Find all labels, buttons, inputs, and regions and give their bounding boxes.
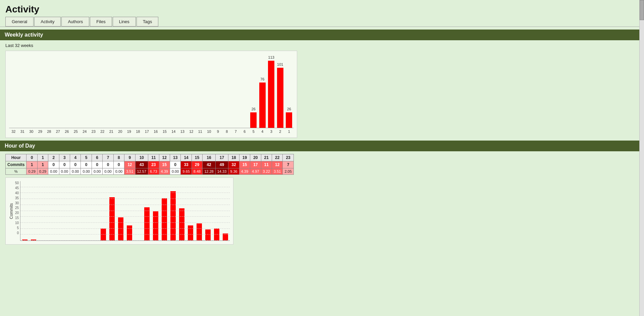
y-axis-tick: 5: [15, 226, 19, 230]
th-hour-val: 0: [26, 154, 37, 161]
td-commits-val: 17: [250, 161, 261, 168]
bar-week-label: 21: [107, 129, 116, 134]
hour-table-wrap: Hour012345678910111213141516171819202122…: [5, 154, 639, 175]
hour-bar-wrapper: [195, 223, 204, 241]
bar-week-label: 24: [80, 129, 89, 134]
weekly-bar: [268, 61, 274, 128]
bar-week-label: 2: [276, 129, 285, 134]
th-hour-val: 18: [228, 154, 239, 161]
hour-bar-wrapper: [116, 217, 125, 241]
tab-lines[interactable]: Lines: [113, 17, 136, 27]
bar-week-label: 4: [258, 129, 267, 134]
scrollbar-thumb[interactable]: [640, 0, 644, 20]
page-title: Activity: [0, 0, 644, 17]
tab-tags[interactable]: Tags: [137, 17, 158, 27]
bar-week-label: 5: [249, 129, 258, 134]
td-commits-val: 15: [239, 161, 250, 168]
weekly-bar-wrapper: [151, 122, 160, 128]
weekly-bar-wrapper: [80, 122, 89, 128]
weekly-bar-wrapper: [205, 122, 214, 128]
th-hour-val: 3: [59, 154, 70, 161]
weekly-bar-wrapper: [9, 122, 18, 128]
bar-week-label: 20: [116, 129, 125, 134]
th-hour-val: 14: [181, 154, 192, 161]
td-commits-val: 0: [81, 161, 92, 168]
y-axis-tick: 15: [15, 216, 19, 220]
th-hour-val: 20: [250, 154, 261, 161]
bar-week-label: 15: [160, 129, 169, 134]
th-hour-val: 23: [283, 154, 293, 161]
y-axis-tick: 20: [15, 211, 19, 215]
bar-week-label: 16: [151, 129, 160, 134]
td-pct-val: 0.00: [48, 168, 59, 175]
tab-authors[interactable]: Authors: [61, 17, 89, 27]
th-hour-val: 13: [170, 154, 180, 161]
th-hour-val: 2: [48, 154, 59, 161]
gridline: [20, 228, 230, 229]
weekly-bar-wrapper: 76: [258, 77, 267, 128]
y-axis-label: Commits: [9, 181, 14, 241]
y-axis-tick: 30: [15, 201, 19, 205]
bar-week-label: 19: [125, 129, 134, 134]
weekly-bar-wrapper: [187, 122, 196, 128]
weekly-bar-wrapper: 113: [267, 55, 276, 128]
hour-bar-wrapper: [204, 229, 212, 241]
td-commits-val: 32: [228, 161, 239, 168]
td-commits-val: 0: [170, 161, 180, 168]
th-hour-val: 10: [135, 154, 148, 161]
gridline: [20, 187, 230, 187]
bar-week-label: 14: [169, 129, 178, 134]
bar-week-label: 22: [98, 129, 107, 134]
weekly-bar-wrapper: [54, 122, 63, 128]
td-commits-val: 0: [92, 161, 102, 168]
bar-week-label: 28: [45, 129, 54, 134]
td-pct-val: 6.73: [148, 168, 159, 175]
th-hour-val: 21: [261, 154, 272, 161]
tab-general[interactable]: General: [5, 17, 34, 27]
td-commits-val: 43: [135, 161, 148, 168]
td-pct-label: %: [6, 168, 26, 175]
th-hour-val: 7: [103, 154, 113, 161]
hour-bar-wrapper: [177, 208, 186, 241]
td-pct-val: 0.00: [70, 168, 81, 175]
th-hour-val: 6: [92, 154, 102, 161]
th-hour-val: 15: [192, 154, 202, 161]
td-commits-val: 49: [215, 161, 228, 168]
bar-week-label: 12: [187, 129, 196, 134]
tab-activity[interactable]: Activity: [34, 17, 61, 27]
weekly-bar-wrapper: [196, 122, 205, 128]
bar-week-label: 18: [133, 129, 143, 134]
y-axis-tick: 10: [15, 221, 19, 225]
hour-bar: [179, 208, 184, 241]
y-axis-tick: 0: [15, 231, 19, 235]
gridline: [20, 234, 230, 234]
scrollbar[interactable]: [639, 0, 644, 245]
td-commits-val: 0: [48, 161, 59, 168]
td-pct-val: 3.51: [272, 168, 282, 175]
bar-week-label: 32: [9, 129, 18, 134]
hour-bar-wrapper: [186, 225, 195, 241]
td-commits-val: 23: [148, 161, 159, 168]
td-commits-label: Commits: [6, 161, 26, 168]
weekly-bar-wrapper: [222, 122, 231, 128]
tab-bar: GeneralActivityAuthorsFilesLinesTags: [0, 17, 644, 27]
td-pct-val: 9.65: [181, 168, 192, 175]
tab-files[interactable]: Files: [90, 17, 112, 27]
th-hour-val: 17: [215, 154, 228, 161]
weekly-bar: [277, 68, 283, 128]
weekly-bar-wrapper: [71, 122, 80, 128]
weekly-bar: [259, 83, 266, 128]
y-axis-tick: 45: [15, 186, 19, 190]
td-pct-val: 0.00: [59, 168, 70, 175]
bar-week-label: 7: [231, 129, 240, 134]
bar-week-label: 1: [285, 129, 294, 134]
hour-bar-wrapper: [151, 211, 160, 241]
weekly-bar-wrapper: [36, 122, 45, 128]
td-commits-val: 0: [70, 161, 81, 168]
th-hour-val: 22: [272, 154, 282, 161]
weekly-bar-wrapper: [98, 122, 107, 128]
td-commits-val: 0: [113, 161, 124, 168]
bar-top-label: 113: [268, 55, 274, 60]
bar-week-label: 11: [196, 129, 205, 134]
td-pct-val: 8.48: [192, 168, 202, 175]
